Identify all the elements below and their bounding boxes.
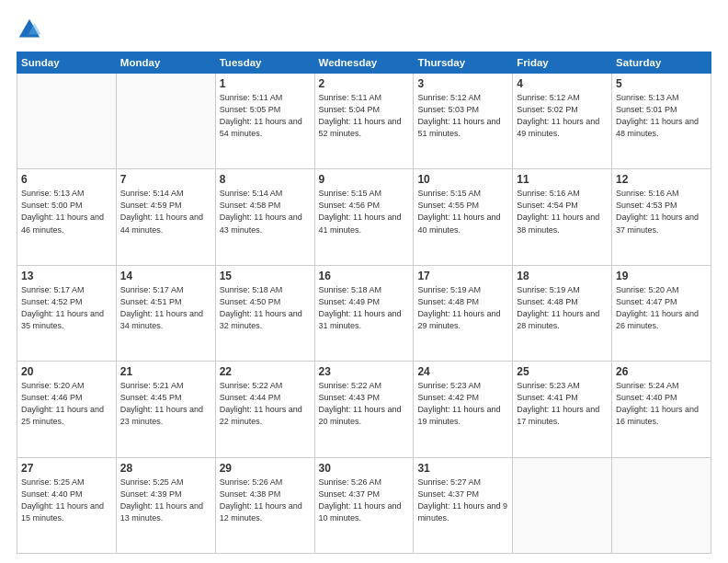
calendar-cell: 2Sunrise: 5:11 AM Sunset: 5:04 PM Daylig… [314, 74, 414, 169]
calendar-header-row: SundayMondayTuesdayWednesdayThursdayFrid… [17, 52, 711, 74]
day-info: Sunrise: 5:23 AM Sunset: 4:41 PM Dayligh… [517, 380, 608, 428]
calendar-week-3: 13Sunrise: 5:17 AM Sunset: 4:52 PM Dayli… [17, 265, 711, 361]
calendar-cell: 16Sunrise: 5:18 AM Sunset: 4:49 PM Dayli… [314, 265, 414, 361]
day-number: 28 [120, 462, 211, 475]
day-number: 24 [417, 365, 508, 378]
calendar-table: SundayMondayTuesdayWednesdayThursdayFrid… [17, 52, 711, 554]
day-number: 7 [120, 173, 211, 186]
calendar-cell: 23Sunrise: 5:22 AM Sunset: 4:43 PM Dayli… [314, 362, 414, 457]
day-info: Sunrise: 5:23 AM Sunset: 4:42 PM Dayligh… [417, 380, 508, 428]
day-info: Sunrise: 5:13 AM Sunset: 5:00 PM Dayligh… [21, 188, 112, 236]
calendar-cell: 8Sunrise: 5:14 AM Sunset: 4:58 PM Daylig… [215, 169, 314, 265]
calendar-cell: 28Sunrise: 5:25 AM Sunset: 4:39 PM Dayli… [116, 457, 215, 553]
calendar-cell: 24Sunrise: 5:23 AM Sunset: 4:42 PM Dayli… [414, 362, 513, 457]
calendar-cell: 5Sunrise: 5:13 AM Sunset: 5:01 PM Daylig… [612, 74, 711, 169]
calendar-cell: 21Sunrise: 5:21 AM Sunset: 4:45 PM Dayli… [116, 362, 215, 457]
day-number: 21 [120, 365, 211, 378]
calendar-cell: 30Sunrise: 5:26 AM Sunset: 4:37 PM Dayli… [314, 457, 414, 553]
day-number: 6 [21, 173, 112, 186]
day-number: 8 [220, 173, 311, 186]
calendar-cell [612, 457, 711, 553]
day-number: 22 [220, 365, 311, 378]
day-info: Sunrise: 5:26 AM Sunset: 4:38 PM Dayligh… [220, 477, 311, 524]
calendar-cell: 31Sunrise: 5:27 AM Sunset: 4:37 PM Dayli… [414, 457, 513, 553]
weekday-header-saturday: Saturday [612, 52, 711, 74]
day-info: Sunrise: 5:18 AM Sunset: 4:50 PM Dayligh… [220, 284, 311, 332]
day-number: 11 [517, 173, 608, 186]
day-number: 27 [21, 462, 112, 475]
calendar-cell: 12Sunrise: 5:16 AM Sunset: 4:53 PM Dayli… [612, 169, 711, 265]
weekday-header-wednesday: Wednesday [314, 52, 414, 74]
calendar-cell: 15Sunrise: 5:18 AM Sunset: 4:50 PM Dayli… [215, 265, 314, 361]
day-info: Sunrise: 5:20 AM Sunset: 4:47 PM Dayligh… [616, 284, 707, 332]
calendar-cell: 14Sunrise: 5:17 AM Sunset: 4:51 PM Dayli… [116, 265, 215, 361]
calendar-cell: 3Sunrise: 5:12 AM Sunset: 5:03 PM Daylig… [414, 74, 513, 169]
weekday-header-thursday: Thursday [414, 52, 513, 74]
header [17, 17, 711, 42]
calendar-week-4: 20Sunrise: 5:20 AM Sunset: 4:46 PM Dayli… [17, 362, 711, 457]
day-number: 19 [616, 270, 707, 282]
page: SundayMondayTuesdayWednesdayThursdayFrid… [0, 0, 728, 563]
day-info: Sunrise: 5:20 AM Sunset: 4:46 PM Dayligh… [21, 380, 112, 428]
day-number: 3 [417, 77, 508, 90]
calendar-cell: 29Sunrise: 5:26 AM Sunset: 4:38 PM Dayli… [215, 457, 314, 553]
calendar-cell: 6Sunrise: 5:13 AM Sunset: 5:00 PM Daylig… [17, 169, 117, 265]
day-number: 1 [220, 77, 311, 90]
day-number: 20 [21, 365, 112, 378]
calendar-cell: 9Sunrise: 5:15 AM Sunset: 4:56 PM Daylig… [314, 169, 414, 265]
day-number: 5 [616, 77, 707, 90]
day-number: 2 [319, 77, 410, 90]
calendar-cell: 25Sunrise: 5:23 AM Sunset: 4:41 PM Dayli… [513, 362, 612, 457]
day-number: 12 [616, 173, 707, 186]
calendar-week-5: 27Sunrise: 5:25 AM Sunset: 4:40 PM Dayli… [17, 457, 711, 553]
day-number: 15 [220, 270, 311, 282]
day-info: Sunrise: 5:11 AM Sunset: 5:05 PM Dayligh… [220, 92, 311, 140]
day-info: Sunrise: 5:19 AM Sunset: 4:48 PM Dayligh… [517, 284, 608, 332]
day-number: 10 [417, 173, 508, 186]
day-info: Sunrise: 5:19 AM Sunset: 4:48 PM Dayligh… [417, 284, 508, 332]
day-info: Sunrise: 5:21 AM Sunset: 4:45 PM Dayligh… [120, 380, 211, 428]
day-info: Sunrise: 5:13 AM Sunset: 5:01 PM Dayligh… [616, 92, 707, 140]
day-info: Sunrise: 5:22 AM Sunset: 4:44 PM Dayligh… [220, 380, 311, 428]
day-number: 9 [319, 173, 410, 186]
calendar-cell: 4Sunrise: 5:12 AM Sunset: 5:02 PM Daylig… [513, 74, 612, 169]
calendar-cell: 1Sunrise: 5:11 AM Sunset: 5:05 PM Daylig… [215, 74, 314, 169]
day-number: 16 [319, 270, 410, 282]
day-number: 26 [616, 365, 707, 378]
day-number: 17 [417, 270, 508, 282]
logo [17, 17, 46, 42]
day-number: 14 [120, 270, 211, 282]
day-info: Sunrise: 5:12 AM Sunset: 5:03 PM Dayligh… [417, 92, 508, 140]
day-info: Sunrise: 5:25 AM Sunset: 4:39 PM Dayligh… [120, 477, 211, 524]
calendar-cell [513, 457, 612, 553]
day-number: 30 [319, 462, 410, 475]
day-info: Sunrise: 5:16 AM Sunset: 4:54 PM Dayligh… [517, 188, 608, 236]
calendar-cell: 13Sunrise: 5:17 AM Sunset: 4:52 PM Dayli… [17, 265, 117, 361]
day-info: Sunrise: 5:26 AM Sunset: 4:37 PM Dayligh… [319, 477, 410, 524]
day-number: 4 [517, 77, 608, 90]
calendar-week-2: 6Sunrise: 5:13 AM Sunset: 5:00 PM Daylig… [17, 169, 711, 265]
day-info: Sunrise: 5:17 AM Sunset: 4:52 PM Dayligh… [21, 284, 112, 332]
calendar-cell: 10Sunrise: 5:15 AM Sunset: 4:55 PM Dayli… [414, 169, 513, 265]
calendar-week-1: 1Sunrise: 5:11 AM Sunset: 5:05 PM Daylig… [17, 74, 711, 169]
calendar-cell: 11Sunrise: 5:16 AM Sunset: 4:54 PM Dayli… [513, 169, 612, 265]
day-number: 23 [319, 365, 410, 378]
calendar-cell: 27Sunrise: 5:25 AM Sunset: 4:40 PM Dayli… [17, 457, 117, 553]
day-info: Sunrise: 5:14 AM Sunset: 4:59 PM Dayligh… [120, 188, 211, 236]
calendar-cell [17, 74, 117, 169]
day-info: Sunrise: 5:17 AM Sunset: 4:51 PM Dayligh… [120, 284, 211, 332]
calendar-cell: 22Sunrise: 5:22 AM Sunset: 4:44 PM Dayli… [215, 362, 314, 457]
calendar-cell: 20Sunrise: 5:20 AM Sunset: 4:46 PM Dayli… [17, 362, 117, 457]
day-info: Sunrise: 5:15 AM Sunset: 4:55 PM Dayligh… [417, 188, 508, 236]
day-number: 31 [417, 462, 508, 475]
logo-icon [17, 17, 42, 42]
day-info: Sunrise: 5:12 AM Sunset: 5:02 PM Dayligh… [517, 92, 608, 140]
calendar-cell: 17Sunrise: 5:19 AM Sunset: 4:48 PM Dayli… [414, 265, 513, 361]
day-info: Sunrise: 5:14 AM Sunset: 4:58 PM Dayligh… [220, 188, 311, 236]
day-info: Sunrise: 5:15 AM Sunset: 4:56 PM Dayligh… [319, 188, 410, 236]
weekday-header-sunday: Sunday [17, 52, 117, 74]
weekday-header-tuesday: Tuesday [215, 52, 314, 74]
day-info: Sunrise: 5:11 AM Sunset: 5:04 PM Dayligh… [319, 92, 410, 140]
calendar-cell: 7Sunrise: 5:14 AM Sunset: 4:59 PM Daylig… [116, 169, 215, 265]
day-info: Sunrise: 5:27 AM Sunset: 4:37 PM Dayligh… [417, 477, 508, 524]
